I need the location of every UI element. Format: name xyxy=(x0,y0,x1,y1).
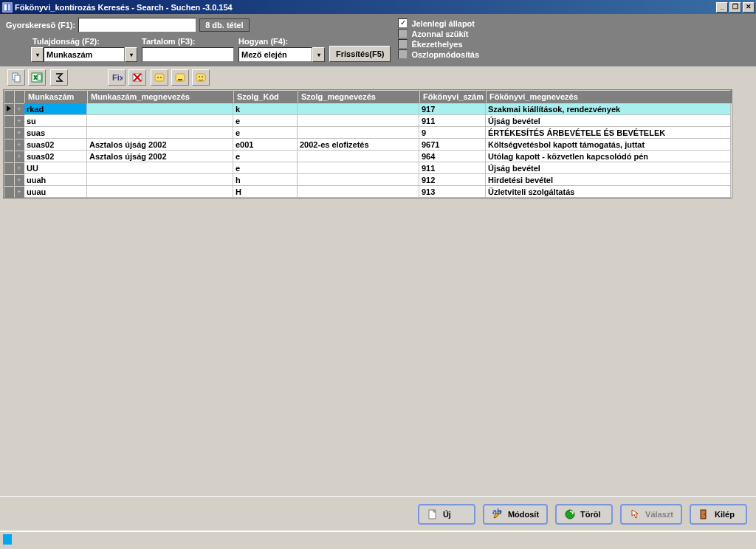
bottom-panel: Új ab Módosít Töröl Választ Kilép xyxy=(0,496,756,549)
refresh-button[interactable]: Frissítés(F5) xyxy=(329,46,391,62)
svg-rect-9 xyxy=(155,74,164,81)
grid-area: Munkaszám Munkaszám_megnevezés Szolg_Kód… xyxy=(0,89,756,502)
accent-checkbox[interactable] xyxy=(398,39,408,49)
how-dropdown[interactable]: ▾ xyxy=(312,47,325,62)
excel-export-icon[interactable] xyxy=(28,69,46,86)
remove-fix-icon[interactable] xyxy=(128,69,146,86)
fix-columns-icon[interactable]: Fix xyxy=(108,69,126,86)
cell: Költségvetésbol kapott támogatás, juttat xyxy=(486,139,731,151)
svg-point-10 xyxy=(157,77,159,78)
cell xyxy=(298,127,419,139)
table-row[interactable]: +uuahh912Hirdetési bevétel xyxy=(4,174,732,186)
col-szolg-kod[interactable]: Szolg_Kód xyxy=(233,90,298,103)
modify-icon: ab xyxy=(492,508,504,520)
cell: su xyxy=(24,115,87,127)
column-resize-checkbox[interactable] xyxy=(398,49,408,59)
cell: 9671 xyxy=(419,139,486,151)
row-marker xyxy=(4,186,14,198)
property-select[interactable] xyxy=(44,47,125,62)
cell: ÉRTÉKESÍTÉS ÁRBEVÉTELE ÉS BEVÉTELEK xyxy=(486,127,731,139)
expand-icon[interactable]: + xyxy=(14,127,24,139)
close-button[interactable]: ✕ xyxy=(743,2,755,13)
svg-point-11 xyxy=(160,77,162,78)
cell: e001 xyxy=(233,139,298,151)
auto-refine-label: Azonnal szükít xyxy=(411,30,468,38)
modify-button[interactable]: ab Módosít xyxy=(483,504,548,525)
current-state-checkbox[interactable]: ✓ xyxy=(398,18,408,28)
expand-icon[interactable]: + xyxy=(14,162,24,174)
cell xyxy=(298,174,419,186)
cell: 911 xyxy=(419,115,486,127)
cell: suas02 xyxy=(24,151,87,162)
sigma-icon[interactable] xyxy=(50,69,68,86)
results-grid[interactable]: Munkaszám Munkaszám_megnevezés Szolg_Kód… xyxy=(3,89,732,198)
cell: 2002-es elofizetés xyxy=(298,139,419,151)
minimize-button[interactable]: _ xyxy=(716,2,728,13)
col-munkaszam-megnevezes[interactable]: Munkaszám_megnevezés xyxy=(87,90,233,103)
auto-refine-checkbox[interactable] xyxy=(398,29,408,38)
filter-plus-icon[interactable] xyxy=(192,69,210,86)
cell xyxy=(87,127,233,139)
cell xyxy=(298,151,419,162)
exit-button[interactable]: Kilép xyxy=(690,504,747,525)
new-button[interactable]: Új xyxy=(418,504,475,525)
table-row[interactable]: +sue911Újság bevétel xyxy=(4,115,732,127)
expand-icon[interactable]: + xyxy=(14,151,24,162)
delete-button[interactable]: Töröl xyxy=(555,504,613,525)
cell: h xyxy=(233,174,298,186)
cell xyxy=(298,162,419,174)
svg-rect-2 xyxy=(8,4,11,10)
table-row[interactable]: +suas02Asztalos újság 2002e964Utólag kap… xyxy=(4,151,732,162)
cell: uuau xyxy=(24,186,87,198)
property-dropdown[interactable]: ▾ xyxy=(125,47,137,62)
row-marker xyxy=(4,151,14,162)
row-marker xyxy=(4,115,14,127)
grid-header: Munkaszám Munkaszám_megnevezés Szolg_Kód… xyxy=(4,90,732,103)
table-row[interactable]: +suas02Asztalos újság 2002e0012002-es el… xyxy=(4,139,732,151)
expand-icon[interactable]: + xyxy=(14,103,24,115)
property-label: Tulajdonság (F2): xyxy=(32,37,137,46)
cell xyxy=(87,115,233,127)
cell: 964 xyxy=(419,151,486,162)
row-marker xyxy=(4,162,14,174)
column-resize-label: Oszlopmódosítás xyxy=(411,50,479,59)
table-row[interactable]: +rkadk917Szakmai kiállítások, rendezvény… xyxy=(4,103,732,115)
expand-icon[interactable]: + xyxy=(14,115,24,127)
cell: Újság bevétel xyxy=(486,115,731,127)
expand-icon[interactable]: + xyxy=(14,174,24,186)
col-fokonyvi-megnevezes[interactable]: Fökönyvi_megnevezés xyxy=(486,90,731,103)
filter-minus-icon[interactable] xyxy=(171,69,189,86)
cell: Hirdetési bevétel xyxy=(486,174,731,186)
svg-point-16 xyxy=(202,76,203,77)
table-row[interactable]: +UUe911Újság bevétel xyxy=(4,162,732,174)
property-prefix-dropdown[interactable]: ▾ xyxy=(31,47,44,62)
exit-icon xyxy=(698,508,710,520)
status-bar xyxy=(0,531,756,547)
cell: UU xyxy=(24,162,87,174)
quicksearch-label: Gyorskeresö (F1): xyxy=(6,21,75,30)
how-select[interactable] xyxy=(238,47,312,62)
quicksearch-input[interactable] xyxy=(78,18,196,32)
maximize-button[interactable]: ❐ xyxy=(729,2,741,13)
col-munkaszam[interactable]: Munkaszám xyxy=(24,90,87,103)
cell: 9 xyxy=(419,127,486,139)
select-button[interactable]: Választ xyxy=(620,504,682,525)
row-marker xyxy=(4,127,14,139)
expand-icon[interactable]: + xyxy=(14,139,24,151)
table-row[interactable]: +suase9ÉRTÉKESÍTÉS ÁRBEVÉTELE ÉS BEVÉTEL… xyxy=(4,127,732,139)
cell: k xyxy=(233,103,298,115)
col-szolg-megnevezes[interactable]: Szolg_megnevezés xyxy=(298,90,419,103)
cell: rkad xyxy=(24,103,87,115)
copy-icon[interactable] xyxy=(7,69,25,86)
filter-yellow-icon[interactable] xyxy=(151,69,168,86)
options-group: ✓Jelenlegi állapot Azonnal szükít Ékezet… xyxy=(398,18,479,60)
toolbar: Fix xyxy=(0,66,756,89)
content-input[interactable] xyxy=(142,47,234,62)
cell: Újság bevétel xyxy=(486,162,731,174)
cell: suas02 xyxy=(24,139,87,151)
col-fokonyvi-szam[interactable]: Fökönyvi_szám xyxy=(419,90,486,103)
row-marker xyxy=(4,103,14,115)
cell: H xyxy=(233,186,298,198)
table-row[interactable]: +uuauH913Üzletviteli szolgáltatás xyxy=(4,186,732,198)
expand-icon[interactable]: + xyxy=(14,186,24,198)
